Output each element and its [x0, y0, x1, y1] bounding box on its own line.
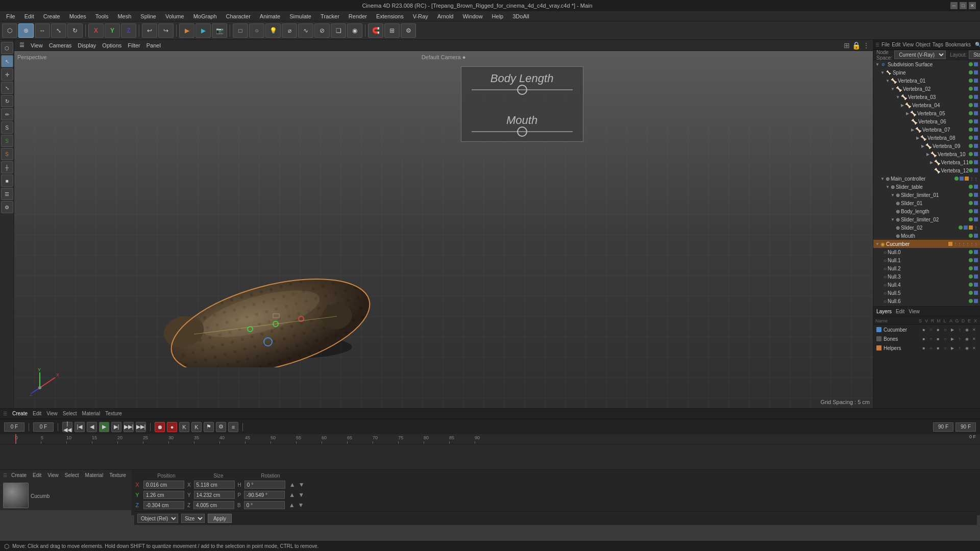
layer-icon[interactable]: ○ [928, 345, 934, 351]
vp-panel[interactable]: Panel [144, 42, 163, 48]
layer-helpers[interactable]: Helpers ■ ○ ■ ○ ▶ ↑ ◉ ✕ [873, 343, 980, 353]
hier-item-cucumber[interactable]: ▼ ◉ Cucumber ⋮⋮⋮⋮⋮⋮ [873, 240, 980, 248]
tool-display[interactable]: ⊞ [384, 23, 400, 38]
tool-material[interactable]: ◉ [347, 23, 362, 38]
frame-start[interactable] [33, 422, 54, 432]
menu-window[interactable]: Window [458, 12, 486, 20]
size-mode-dropdown[interactable]: Size [181, 514, 205, 523]
hier-item-null3[interactable]: ○ Null.3 [873, 272, 980, 281]
tl-select[interactable]: Select [61, 411, 79, 416]
vp-view[interactable]: View [29, 42, 45, 48]
viewport[interactable]: ☰ View Cameras Display Options Filter Pa… [14, 40, 873, 408]
menu-volume[interactable]: Volume [161, 12, 188, 20]
menu-vray[interactable]: V-Ray [409, 12, 432, 20]
edit-tab[interactable]: Edit [892, 42, 900, 47]
layer-icon[interactable]: ✕ [971, 345, 977, 351]
tool-select[interactable]: ⊕ [18, 23, 34, 38]
left-tool-gear[interactable]: ⚙ [1, 201, 13, 213]
left-tool-view[interactable]: ⬡ [1, 42, 13, 54]
left-tool-rotate[interactable]: ↻ [1, 95, 13, 107]
layer-icon[interactable]: ■ [921, 345, 927, 351]
left-tool-s3[interactable]: S [1, 148, 13, 160]
frame-end[interactable] [933, 422, 953, 432]
tags-tab[interactable]: Tags [933, 42, 943, 47]
left-tool-stack[interactable]: ☰ [1, 188, 13, 200]
hier-item-slider-table[interactable]: ▼ ⊕ Slider_table [873, 183, 980, 191]
tl-texture[interactable]: Texture [103, 411, 124, 416]
vp-options[interactable]: Options [100, 42, 124, 48]
hier-item-vertebra04[interactable]: ▶ 🦴 Vertebra_04 [873, 101, 980, 109]
key-settings[interactable]: ⚙ [216, 422, 226, 432]
tl-create[interactable]: Create [10, 411, 30, 416]
motion-clip[interactable]: ≡ [228, 422, 238, 432]
layer-cucumber[interactable]: Cucumber ■ ○ ■ ○ ▶ ↑ ◉ ✕ [873, 325, 980, 334]
layer-icon[interactable]: ▶ [949, 336, 955, 342]
layout-dropdown[interactable]: Startup [969, 51, 980, 59]
layer-icon[interactable]: ■ [921, 327, 927, 333]
mat-select[interactable]: Select [63, 472, 81, 478]
current-frame-left[interactable] [4, 422, 24, 432]
tool-cam[interactable]: 📷 [212, 23, 227, 38]
menu-edit[interactable]: Edit [20, 12, 38, 20]
left-tool-s2[interactable]: S [1, 135, 13, 147]
key-mode[interactable]: K [191, 422, 202, 432]
layers-tab-layers[interactable]: Layers [876, 309, 892, 314]
object-tab[interactable]: Object [916, 42, 930, 47]
hier-item-slider02[interactable]: ⊕ Slider_02 ⋮ [873, 223, 980, 232]
hier-item-vertebra10[interactable]: ▶ 🦴 Vertebra_10 [873, 150, 980, 158]
tool-axis-y[interactable]: Y [105, 23, 120, 38]
play-to-end[interactable]: ▶▶| [136, 422, 146, 432]
coord-z-size[interactable] [193, 501, 234, 509]
hier-item-null7[interactable]: ○ Null.7 [873, 305, 980, 306]
tool-deformer[interactable]: ⌀ [282, 23, 297, 38]
bookmarks-tab[interactable]: Bookmarks [945, 42, 971, 47]
menu-arnold[interactable]: Arnold [433, 12, 458, 20]
vp-display[interactable]: Display [76, 42, 98, 48]
left-tool-line[interactable]: ┼ [1, 161, 13, 173]
key-type[interactable]: ⚑ [204, 422, 214, 432]
vp-filter[interactable]: Filter [126, 42, 142, 48]
apply-button[interactable]: Apply [208, 514, 232, 523]
maximize-button[interactable]: □ [960, 2, 967, 9]
play-next[interactable]: ▶| [111, 422, 121, 432]
layer-icon[interactable]: ○ [928, 336, 934, 342]
hier-item-null2[interactable]: ○ Null.2 [873, 264, 980, 272]
menu-file[interactable]: File [2, 12, 19, 20]
coord-x-pos[interactable] [143, 481, 184, 489]
tool-redo[interactable]: ↪ [158, 23, 174, 38]
layer-icon[interactable]: ■ [921, 336, 927, 342]
hier-item-vertebra07[interactable]: ▶ 🦴 Vertebra_07 [873, 126, 980, 134]
menu-simulate[interactable]: Simulate [285, 12, 315, 20]
menu-character[interactable]: Character [222, 12, 255, 20]
layer-icon[interactable]: ◉ [964, 345, 970, 351]
layer-icon[interactable]: ◉ [964, 327, 970, 333]
hier-item-body-length[interactable]: ⊕ Body_length [873, 207, 980, 215]
tool-instance[interactable]: ❑ [331, 23, 346, 38]
left-tool-select[interactable]: ↖ [1, 55, 13, 67]
layer-icon[interactable]: ↑ [957, 345, 963, 351]
hier-item-vertebra12[interactable]: 🦴 Vertebra_12 [873, 166, 980, 174]
file-tab[interactable]: File [881, 42, 890, 47]
layer-icon[interactable]: ■ [935, 345, 941, 351]
layer-icon[interactable]: ○ [928, 327, 934, 333]
frame-max[interactable] [955, 422, 976, 432]
hier-item-null0[interactable]: ○ Null.0 [873, 248, 980, 256]
hier-item-null6[interactable]: ○ Null.6 [873, 297, 980, 305]
menu-spline[interactable]: Spline [136, 12, 160, 20]
record-auto[interactable]: ● [167, 422, 177, 432]
coord-y-size[interactable] [194, 491, 235, 499]
hier-item-null5[interactable]: ○ Null.5 [873, 289, 980, 297]
menu-animate[interactable]: Animate [256, 12, 284, 20]
menu-extensions[interactable]: Extensions [372, 12, 408, 20]
layers-tab-edit[interactable]: Edit [896, 309, 904, 314]
record-button[interactable]: ⏺ [155, 422, 165, 432]
menu-tracker[interactable]: Tracker [316, 12, 344, 20]
tool-rotate[interactable]: ↻ [67, 23, 83, 38]
hier-item-main-controller[interactable]: ▼ ⊕ Main_controller ⋮⋮ [873, 174, 980, 183]
tool-move[interactable]: ↔ [35, 23, 50, 38]
play-button[interactable]: ▶ [99, 422, 109, 432]
vp-more-icon[interactable]: ⋮ [863, 41, 870, 49]
node-space-dropdown[interactable]: Current (V-Ray) [894, 51, 946, 59]
menu-tools[interactable]: Tools [91, 12, 113, 20]
left-tool-move[interactable]: ✛ [1, 68, 13, 81]
